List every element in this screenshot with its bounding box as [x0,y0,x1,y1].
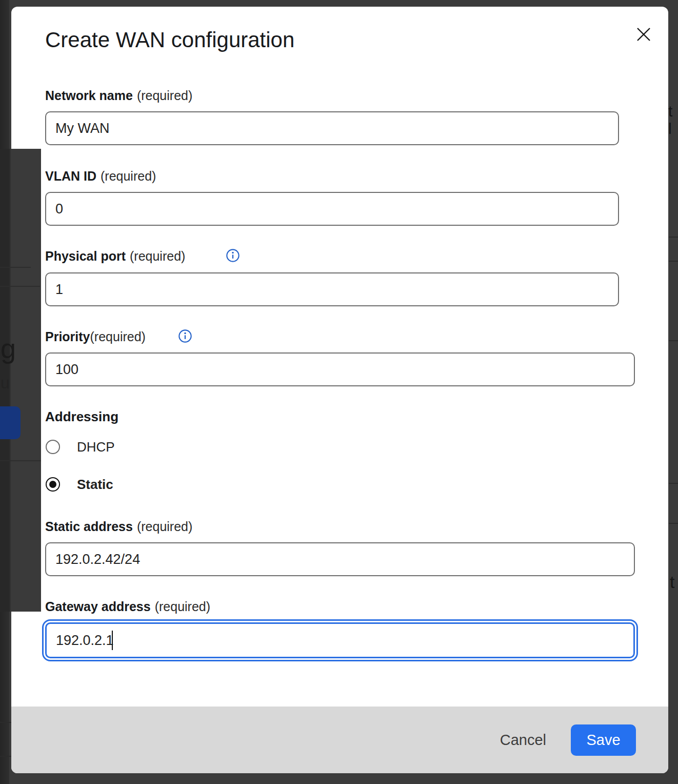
physical-port-label: Physical port(required) [45,248,185,264]
dimmed-background-text: g [1,332,16,364]
dimmed-table-line [0,460,41,461]
radio-button-dhcp[interactable] [46,440,60,454]
required-hint: (required) [137,88,192,103]
static-address-label: Static address(required) [45,518,192,535]
dimmed-background-band: g u [0,149,41,612]
info-icon[interactable] [178,329,192,343]
gateway-address-label-text: Gateway address [45,599,151,614]
gateway-address-input[interactable] [45,622,635,658]
physical-port-label-text: Physical port [45,249,126,263]
gateway-address-field [45,622,635,658]
dimmed-nav-button [0,406,21,439]
close-button[interactable] [635,26,652,43]
priority-label: Priority(required) [45,328,146,345]
vlan-id-label-text: VLAN ID [45,169,96,183]
info-icon[interactable] [226,248,240,263]
gateway-address-label: Gateway address(required) [45,598,210,615]
network-name-input[interactable] [45,111,619,145]
dimmed-table-line [669,340,678,341]
radio-label: Static [77,477,113,493]
required-hint: (required) [137,519,192,534]
physical-port-input[interactable] [45,272,619,306]
dialog-title: Create WAN configuration [45,27,294,53]
dimmed-table-line [669,237,678,238]
addressing-heading: Addressing [45,409,118,425]
required-hint: (required) [130,249,185,263]
priority-label-text: Priority [45,329,90,344]
dimmed-background-text: u [1,374,10,393]
save-button[interactable]: Save [571,724,636,756]
radio-label: DHCP [77,439,115,455]
cancel-button[interactable]: Cancel [500,732,546,749]
vlan-id-label: VLAN ID(required) [45,168,156,184]
dimmed-background-text: t l [668,103,678,138]
dimmed-table-line [0,722,11,723]
dimmed-table-line [669,483,678,484]
close-icon [635,37,652,45]
static-address-label-text: Static address [45,519,133,534]
vlan-id-input[interactable] [45,192,619,226]
static-address-input[interactable] [45,542,635,576]
create-wan-dialog: Create WAN configuration Network name(re… [11,7,668,773]
dimmed-table-line [669,261,678,262]
dimmed-background-text: t [670,572,674,592]
dimmed-table-line [669,523,678,524]
dimmed-table-line [0,756,11,757]
radio-button-static[interactable] [46,477,60,492]
dimmed-table-line [0,286,40,287]
addressing-option-dhcp[interactable]: DHCP [46,440,115,454]
network-name-label: Network name(required) [45,87,192,104]
required-hint: (required) [90,329,146,344]
dialog-footer: Cancel Save [11,707,668,773]
dimmed-table-line [0,267,31,268]
addressing-option-static[interactable]: Static [46,477,113,492]
priority-input[interactable] [45,352,635,386]
required-hint: (required) [101,169,156,183]
network-name-label-text: Network name [45,88,133,103]
required-hint: (required) [155,599,210,614]
text-cursor [112,631,113,650]
